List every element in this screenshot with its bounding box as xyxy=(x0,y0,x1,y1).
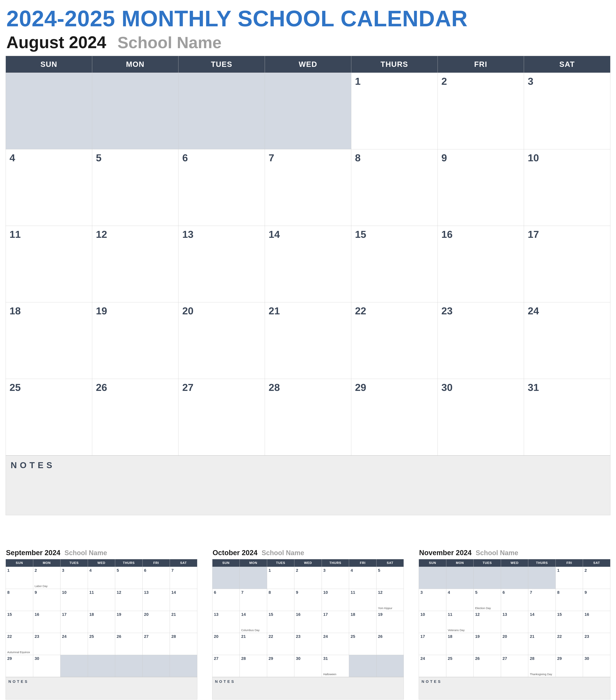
calendar-cell[interactable]: 3 xyxy=(524,73,611,149)
calendar-cell[interactable]: 18 xyxy=(6,302,92,379)
calendar-cell[interactable]: 22 xyxy=(267,633,294,655)
calendar-cell[interactable]: 7 xyxy=(170,567,197,589)
calendar-cell[interactable]: 18 xyxy=(88,611,115,633)
calendar-cell[interactable]: 6 xyxy=(501,589,528,611)
calendar-cell[interactable]: 8 xyxy=(267,589,294,611)
calendar-cell[interactable]: 22 xyxy=(555,633,583,655)
calendar-cell[interactable]: 16 xyxy=(33,611,61,633)
calendar-cell[interactable]: 6 xyxy=(142,567,170,589)
calendar-cell[interactable]: 12Yom Kippur xyxy=(376,589,404,611)
calendar-cell[interactable]: 24 xyxy=(524,302,611,379)
calendar-cell[interactable]: 23 xyxy=(438,302,524,379)
calendar-cell[interactable]: 11Veterans Day xyxy=(446,611,474,633)
calendar-cell[interactable]: 5 xyxy=(376,567,404,589)
calendar-cell[interactable]: 1 xyxy=(6,567,33,589)
calendar-cell[interactable]: 10 xyxy=(322,589,349,611)
calendar-cell[interactable]: 15 xyxy=(267,611,294,633)
calendar-cell[interactable]: 19 xyxy=(115,611,142,633)
calendar-cell[interactable]: 15 xyxy=(351,226,438,302)
calendar-cell[interactable]: 29 xyxy=(6,655,33,677)
calendar-cell[interactable]: 25 xyxy=(446,655,474,677)
calendar-cell[interactable]: 14Columbus Day xyxy=(240,611,267,633)
calendar-cell[interactable]: 28Thanksgiving Day xyxy=(528,655,556,677)
calendar-cell[interactable]: 6 xyxy=(212,589,240,611)
calendar-cell[interactable]: 26 xyxy=(115,633,142,655)
calendar-cell[interactable]: 9 xyxy=(583,589,611,611)
calendar-cell[interactable]: 19 xyxy=(376,611,404,633)
calendar-cell[interactable]: 13 xyxy=(212,611,240,633)
calendar-cell[interactable]: 30 xyxy=(33,655,61,677)
calendar-cell[interactable]: 11 xyxy=(88,589,115,611)
calendar-cell[interactable]: 3 xyxy=(322,567,349,589)
calendar-cell[interactable]: 2 xyxy=(438,73,524,149)
calendar-cell[interactable]: 2 xyxy=(583,567,611,589)
calendar-cell[interactable]: 29 xyxy=(267,655,294,677)
calendar-cell[interactable]: 16 xyxy=(294,611,322,633)
calendar-cell[interactable]: 23 xyxy=(583,633,611,655)
calendar-cell[interactable]: 25 xyxy=(349,633,377,655)
calendar-cell[interactable]: 2 xyxy=(294,567,322,589)
calendar-cell[interactable]: 3 xyxy=(419,589,446,611)
calendar-cell[interactable]: 26 xyxy=(92,379,178,455)
mini-notes-box[interactable]: NOTES xyxy=(419,677,611,699)
calendar-cell[interactable]: 12 xyxy=(115,589,142,611)
calendar-cell[interactable]: 11 xyxy=(6,226,92,302)
calendar-cell[interactable]: 5Election Day xyxy=(474,589,501,611)
calendar-cell[interactable]: 13 xyxy=(178,226,265,302)
calendar-cell[interactable]: 1 xyxy=(267,567,294,589)
calendar-cell[interactable]: 9 xyxy=(438,149,524,226)
calendar-cell[interactable]: 24 xyxy=(322,633,349,655)
calendar-cell[interactable]: 26 xyxy=(474,655,501,677)
calendar-cell[interactable]: 22 xyxy=(351,302,438,379)
calendar-cell[interactable]: 21 xyxy=(528,633,556,655)
calendar-cell[interactable]: 5 xyxy=(92,149,178,226)
calendar-cell[interactable]: 7 xyxy=(265,149,351,226)
calendar-cell[interactable]: 31 xyxy=(524,379,611,455)
calendar-cell[interactable]: 14 xyxy=(170,589,197,611)
calendar-cell[interactable]: 8 xyxy=(555,589,583,611)
calendar-cell[interactable]: 4 xyxy=(88,567,115,589)
calendar-cell[interactable]: 9 xyxy=(33,589,61,611)
calendar-cell[interactable]: 31Halloween xyxy=(322,655,349,677)
calendar-cell[interactable]: 23 xyxy=(294,633,322,655)
calendar-cell[interactable]: 27 xyxy=(142,633,170,655)
main-notes-box[interactable]: NOTES xyxy=(5,455,611,515)
calendar-cell[interactable]: 17 xyxy=(322,611,349,633)
calendar-cell[interactable]: 7 xyxy=(240,589,267,611)
calendar-cell[interactable]: 17 xyxy=(61,611,88,633)
calendar-cell[interactable]: 13 xyxy=(142,589,170,611)
calendar-cell[interactable]: 20 xyxy=(212,633,240,655)
calendar-cell[interactable]: 2Labor Day xyxy=(33,567,61,589)
calendar-cell[interactable]: 13 xyxy=(501,611,528,633)
calendar-cell[interactable]: 25 xyxy=(6,379,92,455)
calendar-cell[interactable]: 10 xyxy=(61,589,88,611)
calendar-cell[interactable]: 30 xyxy=(438,379,524,455)
calendar-cell[interactable]: 19 xyxy=(92,302,178,379)
calendar-cell[interactable]: 11 xyxy=(349,589,377,611)
calendar-cell[interactable]: 4 xyxy=(6,149,92,226)
mini-notes-box[interactable]: NOTES xyxy=(212,677,404,699)
mini-notes-box[interactable]: NOTES xyxy=(5,677,197,699)
calendar-cell[interactable]: 20 xyxy=(142,611,170,633)
calendar-cell[interactable]: 1 xyxy=(351,73,438,149)
calendar-cell[interactable]: 28 xyxy=(240,655,267,677)
calendar-cell[interactable]: 25 xyxy=(88,633,115,655)
calendar-cell[interactable]: 30 xyxy=(294,655,322,677)
calendar-cell[interactable]: 7 xyxy=(528,589,556,611)
calendar-cell[interactable]: 14 xyxy=(528,611,556,633)
calendar-cell[interactable]: 20 xyxy=(501,633,528,655)
calendar-cell[interactable]: 19 xyxy=(474,633,501,655)
calendar-cell[interactable]: 12 xyxy=(474,611,501,633)
calendar-cell[interactable]: 4 xyxy=(446,589,474,611)
calendar-cell[interactable]: 10 xyxy=(419,611,446,633)
calendar-cell[interactable]: 16 xyxy=(583,611,611,633)
calendar-cell[interactable]: 15 xyxy=(555,611,583,633)
calendar-cell[interactable]: 14 xyxy=(265,226,351,302)
calendar-cell[interactable]: 12 xyxy=(92,226,178,302)
calendar-cell[interactable]: 27 xyxy=(501,655,528,677)
calendar-cell[interactable]: 28 xyxy=(265,379,351,455)
calendar-cell[interactable]: 18 xyxy=(446,633,474,655)
calendar-cell[interactable]: 6 xyxy=(178,149,265,226)
calendar-cell[interactable]: 26 xyxy=(376,633,404,655)
calendar-cell[interactable]: 9 xyxy=(294,589,322,611)
